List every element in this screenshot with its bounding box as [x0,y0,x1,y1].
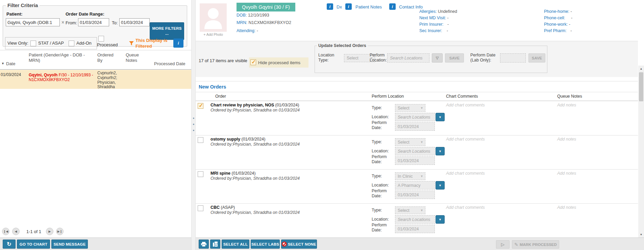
bulk-date-save-button[interactable]: SAVE [528,53,545,62]
orders-scrollbar[interactable]: ▲ ▼ [638,66,644,238]
clear-patient-icon[interactable]: × [61,20,64,25]
order-location-drop-button[interactable]: ▼ [436,181,445,190]
filter-criteria-legend: Filter Criteria [6,3,40,8]
order-date-input[interactable]: 01/03/2024 [395,122,435,131]
order-location-input[interactable]: A Pharmacy [395,181,435,190]
filtered-info-icon[interactable]: i [173,39,183,48]
bulk-perform-date-input[interactable] [500,53,526,62]
stat-asap-checkbox[interactable] [30,41,36,46]
scroll-up-icon[interactable]: ▲ [638,66,644,72]
dx-info-icon[interactable]: i [345,3,352,10]
queue-row-ordered-by: Cvpnurln2, Cvpnurfn2; Physician, Shraddh… [97,71,126,90]
order-date-input[interactable]: 01/03/2024 [395,225,435,233]
col-ordered-by[interactable]: Ordered By [97,52,118,64]
type-label: Type: [372,140,382,144]
order-location-input[interactable]: Search Locations [395,113,435,121]
to-date-input[interactable]: 01/03/2024 [119,18,150,26]
page-next-button[interactable]: ▶ [46,228,53,235]
go-to-chart-button[interactable]: GO TO CHART [17,240,50,249]
chart-comments-placeholder[interactable]: Add chart comments [446,137,485,142]
patient-photo-placeholder[interactable] [200,3,227,32]
chart-comments-placeholder[interactable]: Add chart comments [446,171,485,176]
page-first-button[interactable]: ❙◀ [2,228,9,235]
sort-desc-icon[interactable]: ▼ [1,62,4,65]
view-only-label: View Only: [7,41,28,46]
patient-info-icon[interactable]: i [327,3,333,10]
pref-pharm-row: Pref Pharm: - [544,28,572,33]
col-order: Order [215,94,226,99]
col-processed-date[interactable]: Processed Date [154,61,185,66]
addon-label: Add-On [76,41,92,46]
order-location-input[interactable]: Search Locations [395,147,435,155]
order-ordered-by: Ordered by:Physician, Shraddha on 01/03/… [210,142,300,147]
order-date-input[interactable]: 01/03/2024 [395,191,435,199]
queue-notes-placeholder[interactable]: Add notes [557,137,576,142]
order-type-value: Select [398,208,410,213]
prim-insurer-row: Prim Insurer: - [419,22,449,27]
order-type-select[interactable]: Select▾ [395,138,425,146]
order-date-input[interactable]: 01/03/2024 [395,156,435,165]
stat-asap-label: STAT / ASAP [38,41,64,46]
order-checkbox[interactable] [198,205,203,211]
chart-comments-placeholder[interactable]: Add chart comments [446,103,485,107]
order-suffix: (01/03/2024) [274,103,299,107]
play-icon: ▷ [501,242,504,247]
page-prev-button[interactable]: ◀ [12,228,20,235]
order-location-drop-button[interactable]: ▼ [436,147,445,155]
more-filters-button[interactable]: MORE FILTERS ... [150,22,184,40]
process-play-button[interactable]: ▷ [496,240,510,249]
contact-info-link[interactable]: Contact Info [399,4,423,9]
order-checkbox[interactable] [198,103,203,109]
chart-comments-placeholder[interactable]: Add chart comments [446,205,485,210]
queue-notes-placeholder[interactable]: Add notes [557,171,576,176]
order-ordered-by: Ordered by:Physician, Shraddha on 01/03/… [210,176,300,181]
dx-link[interactable]: Dx [337,4,342,9]
refresh-button[interactable]: ↻ [3,240,16,249]
phone-home-row: Phone-home: - [544,9,572,14]
hide-processed-checkbox[interactable] [250,59,256,65]
chevron-down-icon: ▾ [421,208,423,212]
send-message-button[interactable]: SEND MESSAGE [51,240,88,249]
order-type-select[interactable]: In Clinic▾ [395,172,425,180]
order-location-drop-button[interactable]: ▼ [436,215,445,224]
patient-notes-info-icon[interactable]: i [389,3,396,10]
queue-notes-placeholder[interactable]: Add notes [557,103,576,107]
patient-name-badge[interactable]: Qvyolh Gqytni (30 / F) [237,3,295,11]
order-ordered-by: Ordered by:Physician, Shraddha on 01/03/… [210,108,300,112]
order-type-select[interactable]: Select▾ [395,104,425,112]
scroll-down-icon[interactable]: ▼ [638,231,644,238]
order-type-select[interactable]: Select▾ [395,206,425,214]
update-selected-orders-legend: Update Selected Orders [317,43,368,48]
bulk-location-save-button[interactable]: SAVE [445,53,464,62]
queue-notes-placeholder[interactable]: Add notes [557,205,576,210]
bulk-location-drop-button[interactable]: ▽ [432,53,443,62]
bulk-location-search-input[interactable]: Search Locations [387,53,429,62]
col-patient[interactable]: Patient (Gender/Age - DOB - MRN) [29,52,95,64]
order-checkbox[interactable] [198,137,203,143]
order-location-drop-button[interactable]: ▼ [436,113,445,121]
patient-search-input[interactable]: Gqytni, Qvyolh (DOB:1 [6,18,60,26]
panel-splitter[interactable] [191,0,196,250]
col-order-queue-notes: Queue Notes [557,94,582,99]
col-queue-notes[interactable]: Queue Notes [126,52,145,64]
add-photo-link[interactable]: + Add Photo [200,32,227,36]
fax-button[interactable] [210,240,220,249]
queue-row[interactable]: 01/03/2024 Gqytni, Qvyolh F/30 - 12/10/1… [0,70,191,89]
order-suffix: (01/03/2024) [240,137,265,142]
select-labs-button[interactable]: SELECT LABS [251,240,280,249]
order-checkbox[interactable] [198,171,203,177]
addon-checkbox[interactable] [69,41,74,46]
prohibition-icon [282,242,287,247]
type-label: Type: [372,174,382,178]
scrollbar-thumb[interactable] [639,72,643,101]
select-all-button[interactable]: SELECT ALL [222,240,249,249]
processed-checkbox[interactable] [98,36,104,42]
from-date-input[interactable]: 01/03/2024 [78,18,109,26]
mark-processed-button[interactable]: ✎ MARK PROCESSED [512,240,559,249]
col-date[interactable]: Date [6,61,15,66]
select-none-button[interactable]: SELECT NONE [281,240,317,249]
patient-notes-link[interactable]: Patient Notes [355,4,382,9]
page-last-button[interactable]: ▶❙ [56,228,64,235]
print-button[interactable] [199,240,209,249]
order-location-input[interactable]: Search Locations [395,215,435,224]
